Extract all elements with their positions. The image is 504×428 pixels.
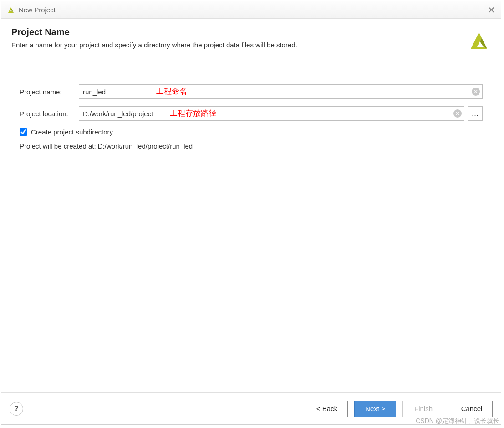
create-subdir-label: Create project subdirectory bbox=[31, 128, 113, 136]
cancel-button[interactable]: Cancel bbox=[451, 401, 493, 417]
page-subtitle: Enter a name for your project and specif… bbox=[11, 41, 463, 49]
create-subdir-row: Create project subdirectory bbox=[20, 128, 483, 136]
header: Project Name Enter a name for your proje… bbox=[1, 19, 501, 57]
next-button[interactable]: Next > bbox=[354, 401, 396, 417]
project-location-input[interactable] bbox=[79, 106, 464, 121]
watermark: CSDN @定海神针、说长就长 bbox=[416, 417, 499, 425]
created-at-hint: Project will be created at: D:/work/run_… bbox=[20, 142, 483, 150]
project-location-label: Project location: bbox=[20, 110, 79, 118]
project-location-row: Project location: ✕ 工程存放路径 … bbox=[20, 106, 483, 121]
page-title: Project Name bbox=[11, 27, 463, 37]
project-name-input[interactable] bbox=[79, 84, 483, 99]
clear-location-icon[interactable]: ✕ bbox=[453, 109, 462, 118]
titlebar: New Project ✕ bbox=[1, 1, 501, 19]
clear-name-icon[interactable]: ✕ bbox=[472, 88, 480, 96]
project-name-label: Project name: bbox=[20, 88, 79, 96]
new-project-dialog: New Project ✕ Project Name Enter a name … bbox=[1, 1, 501, 425]
project-name-row: Project name: ✕ 工程命名 bbox=[20, 84, 483, 99]
vivado-app-icon bbox=[7, 6, 15, 14]
back-button[interactable]: < Back bbox=[306, 401, 348, 417]
vivado-logo-icon bbox=[468, 30, 490, 52]
create-subdir-checkbox[interactable] bbox=[20, 128, 27, 136]
finish-button: Finish bbox=[402, 401, 444, 417]
window-title: New Project bbox=[19, 6, 488, 14]
help-button[interactable]: ? bbox=[10, 402, 23, 416]
close-icon[interactable]: ✕ bbox=[488, 5, 495, 15]
browse-button[interactable]: … bbox=[468, 106, 483, 121]
content: Project name: ✕ 工程命名 Project location: ✕… bbox=[1, 57, 501, 392]
